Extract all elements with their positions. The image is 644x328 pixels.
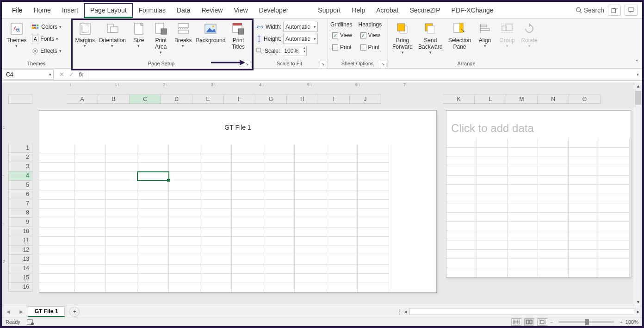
collapse-ribbon-button[interactable]: ˄: [635, 59, 638, 66]
scroll-thumb[interactable]: [635, 91, 641, 105]
col-header-E[interactable]: E: [192, 95, 224, 104]
print-area-button[interactable]: Print Area▾: [151, 20, 171, 56]
row-header-9[interactable]: 9: [8, 218, 32, 227]
fonts-button[interactable]: AFonts▾: [30, 33, 63, 44]
name-box[interactable]: C4: [3, 69, 54, 80]
add-data-placeholder[interactable]: Click to add data: [446, 111, 631, 139]
tab-review[interactable]: Review: [196, 4, 229, 17]
sheet-nav-prev[interactable]: ◄: [2, 309, 15, 315]
scale-spinner[interactable]: 100%: [282, 46, 307, 56]
page-1[interactable]: GT File 1: [39, 110, 437, 293]
zoom-slider[interactable]: [558, 321, 614, 323]
horizontal-scrollbar[interactable]: [409, 309, 634, 315]
col-header-N[interactable]: N: [538, 95, 569, 104]
cell-grid-2[interactable]: [446, 139, 631, 278]
col-header-C[interactable]: C: [130, 95, 161, 104]
col-header-D[interactable]: D: [161, 95, 192, 104]
tab-formulas[interactable]: Formulas: [133, 4, 171, 17]
sheet-options-launcher[interactable]: ↘: [380, 61, 386, 67]
row-header-4[interactable]: 4: [8, 171, 32, 181]
row-header-5[interactable]: 5: [8, 181, 32, 190]
breaks-button[interactable]: Breaks▾: [173, 20, 193, 49]
share-button[interactable]: [608, 5, 621, 16]
search-box[interactable]: Search: [576, 6, 604, 14]
add-sheet-button[interactable]: +: [69, 307, 80, 317]
height-combo[interactable]: Automatic: [283, 34, 318, 44]
tab-support[interactable]: Support: [312, 4, 346, 17]
align-button[interactable]: Align▾: [475, 20, 495, 49]
row-header-7[interactable]: 7: [8, 199, 32, 208]
tab-data[interactable]: Data: [171, 4, 196, 17]
tab-split-handle[interactable]: ⋮: [397, 309, 402, 315]
formula-input[interactable]: [88, 69, 633, 80]
tab-file[interactable]: File: [6, 4, 28, 17]
gridlines-view-check[interactable]: ✓View: [330, 30, 357, 41]
col-header-A[interactable]: A: [67, 95, 98, 104]
comments-button[interactable]: [625, 5, 638, 16]
col-header-L[interactable]: L: [475, 95, 506, 104]
row-header-12[interactable]: 12: [8, 246, 32, 255]
fx-icon[interactable]: fx: [79, 71, 83, 78]
fill-handle[interactable]: [167, 179, 170, 182]
column-headers[interactable]: A B C D E F G H I J K L M N O: [8, 95, 634, 104]
col-header-O[interactable]: O: [569, 95, 601, 104]
expand-formula-bar[interactable]: ▾: [633, 72, 642, 77]
col-header-M[interactable]: M: [506, 95, 538, 104]
selected-cell[interactable]: [137, 171, 169, 181]
col-header-G[interactable]: G: [255, 95, 287, 104]
page-header[interactable]: GT File 1: [39, 111, 436, 144]
hscroll-left[interactable]: ◄: [402, 309, 409, 314]
headings-view-check[interactable]: ✓View: [359, 30, 385, 41]
colors-button[interactable]: Colors▾: [30, 21, 63, 32]
tab-developer[interactable]: Developer: [254, 4, 294, 17]
width-combo[interactable]: Automatic: [283, 22, 318, 32]
tab-view[interactable]: View: [228, 4, 253, 17]
page-layout-view-button[interactable]: [524, 318, 534, 326]
tab-pdfxchange[interactable]: PDF-XChange: [446, 4, 499, 17]
tab-acrobat[interactable]: Acrobat: [371, 4, 404, 17]
row-headers[interactable]: 1 2 3 4 5 6 7 8 9 10 11 12 13 14 15 16: [8, 144, 32, 292]
tab-insert[interactable]: Insert: [56, 4, 84, 17]
orientation-button[interactable]: Orientation▾: [98, 20, 126, 49]
send-backward-button[interactable]: Send Backward▾: [416, 20, 445, 56]
scroll-up-icon[interactable]: ▲: [634, 82, 642, 90]
row-header-16[interactable]: 16: [8, 283, 32, 292]
enter-icon[interactable]: ✓: [69, 71, 74, 78]
col-header-K[interactable]: K: [443, 95, 475, 104]
scale-launcher[interactable]: ↘: [320, 61, 326, 67]
row-header-8[interactable]: 8: [8, 208, 32, 218]
tab-home[interactable]: Home: [28, 4, 56, 17]
cancel-icon[interactable]: ✕: [59, 71, 64, 78]
tab-page-layout[interactable]: Page Layout: [84, 3, 133, 18]
row-header-6[interactable]: 6: [8, 190, 32, 199]
effects-button[interactable]: Effects▾: [30, 45, 63, 57]
row-header-11[interactable]: 11: [8, 236, 32, 246]
row-header-10[interactable]: 10: [8, 227, 32, 236]
tab-securezip[interactable]: SecureZIP: [404, 4, 446, 17]
hscroll-right[interactable]: ►: [634, 309, 642, 314]
sheet-nav-next[interactable]: ►: [15, 309, 28, 315]
selection-pane-button[interactable]: Selection Pane: [446, 20, 473, 51]
tab-help[interactable]: Help: [346, 4, 371, 17]
col-header-B[interactable]: B: [98, 95, 130, 104]
row-header-13[interactable]: 13: [8, 255, 32, 264]
cell-grid[interactable]: [39, 144, 436, 292]
col-header-J[interactable]: J: [350, 95, 381, 104]
margins-button[interactable]: Margins▾: [74, 20, 96, 49]
row-header-3[interactable]: 3: [8, 162, 32, 171]
background-button[interactable]: Background: [195, 20, 226, 44]
col-header-F[interactable]: F: [224, 95, 255, 104]
normal-view-button[interactable]: [511, 318, 521, 326]
print-titles-button[interactable]: Print Titles: [228, 20, 248, 51]
row-header-1[interactable]: 1: [8, 144, 32, 153]
gridlines-print-check[interactable]: Print: [330, 42, 357, 53]
zoom-out-button[interactable]: −: [550, 319, 553, 325]
themes-button[interactable]: Aa Themes ▾: [5, 20, 28, 49]
headings-print-check[interactable]: Print: [359, 42, 385, 53]
row-header-2[interactable]: 2: [8, 153, 32, 162]
macro-record-icon[interactable]: [27, 319, 34, 325]
col-header-I[interactable]: I: [318, 95, 350, 104]
sheet-tab-active[interactable]: GT File 1: [28, 306, 65, 317]
row-header-15[interactable]: 15: [8, 273, 32, 283]
col-header-H[interactable]: H: [287, 95, 318, 104]
